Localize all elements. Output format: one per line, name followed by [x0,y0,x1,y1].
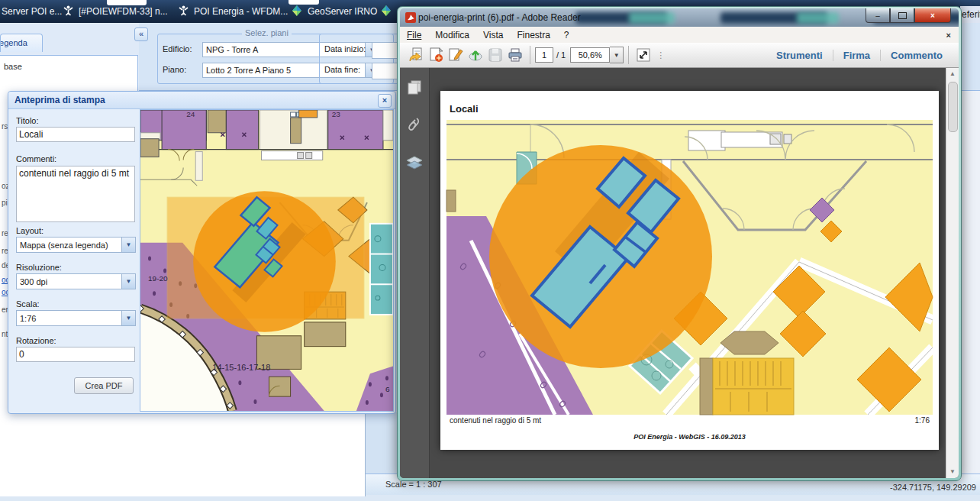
zoom-dropdown-icon[interactable]: ▼ [610,47,624,63]
map-preview-pane: 24 23 19-20 14-15-16-17-18 6 [140,109,394,412]
browser-chrome-fragment [289,0,319,5]
panel-blank-area [0,412,366,496]
print-icon[interactable] [505,45,525,65]
menu-modifica[interactable]: Modifica [428,30,476,40]
open-file-icon[interactable] [406,45,426,65]
page-thumbnails-icon[interactable] [406,79,423,99]
menu-vista[interactable]: Vista [476,30,510,40]
browser-tab-server-poi[interactable]: Server POI e... [2,0,62,23]
data-inizio-label: Data inizio: [324,44,366,53]
scrollbar-thumb[interactable] [948,82,958,132]
webgis-map-canvas[interactable]: 24 23 19-20 14-15-16-17-18 6 [140,110,393,411]
cloud-upload-icon[interactable] [466,45,485,65]
maximize-button[interactable] [890,8,914,23]
geoserver-icon [380,5,392,19]
risoluzione-select[interactable]: 300 dpi ▼ [16,273,136,289]
toolbar-separator [530,46,530,64]
adobe-content-area: Locali [400,68,959,478]
browser-tab-extra[interactable] [380,0,392,23]
chevron-down-icon[interactable]: ▼ [121,238,135,252]
navigation-pane [400,68,430,478]
map-room-label-19-20: 19-20 [148,274,168,283]
favorites-label: eferiti [962,9,980,20]
print-preview-dialog: Anteprima di stampa × Titolo: Commenti: … [8,91,396,414]
pdf-footer-comment: contenuti nel raggio di 5 mt [450,416,541,425]
rotazione-input[interactable] [16,347,135,362]
legend-fragment: pi [2,199,8,207]
rotazione-label: Rotazione: [16,336,56,345]
layout-label: Layout: [16,226,44,235]
map-room-label-24: 24 [186,110,195,118]
tab-label: Server POI e... [2,6,62,17]
zoom-level-input[interactable]: 50,6% [570,47,610,63]
layout-select[interactable]: Mappa (senza legenda) ▼ [16,237,136,253]
scroll-up-icon[interactable]: ▲ [946,68,959,80]
titolo-label: Titolo: [16,116,39,125]
pdf-page: Locali [440,91,939,450]
firma-button[interactable]: Firma [833,50,880,61]
dialog-title-bar[interactable]: Anteprima di stampa × [8,92,395,109]
legend-item-base[interactable]: base [4,62,22,71]
menu-help[interactable]: ? [557,30,576,40]
map-room-label-6: 6 [385,385,390,393]
coordinates-readout: -324.71175, 149.29209 [890,483,976,492]
menu-file[interactable]: File [400,30,428,40]
chevron-down-icon[interactable]: ▼ [121,274,135,289]
layout-value: Mappa (senza legenda) [17,241,121,250]
titolo-input[interactable] [16,127,135,142]
layers-icon[interactable] [405,155,424,175]
vertical-scrollbar[interactable]: ▲ ▼ [946,68,959,478]
risoluzione-value: 300 dpi [17,277,121,286]
chevron-down-icon[interactable]: ▼ [121,311,135,325]
tab-label: [#POIEWFDM-33] n... [79,6,168,17]
pdf-file-icon [405,12,416,26]
adobe-toolbar: 1 / 1 50,6% ▼ ⋮ Strumenti Firma Commento [400,43,959,68]
scala-label: Scala: [16,299,40,309]
scala-value: 1:76 [17,314,121,323]
fit-page-icon[interactable] [633,45,653,65]
window-title: poi-energia-print (6).pdf - Adobe Reader [418,12,581,23]
document-view[interactable]: Locali [430,68,959,478]
browser-chrome-fragment [107,0,147,5]
scroll-down-icon[interactable]: ▼ [946,466,959,478]
save-icon[interactable] [485,45,505,65]
fieldset-legend: Selez. piani [242,28,292,37]
adobe-menu-bar: File Modifica Vista Finestra ? × [400,27,959,44]
adobe-reader-window: poi-energia-print (6).pdf - Adobe Reader… [397,6,962,481]
toolbar-overflow-icon[interactable]: ⋮ [656,50,665,60]
menu-finestra[interactable]: Finestra [511,30,557,40]
jira-icon [178,5,189,18]
dialog-title: Anteprima di stampa [15,95,105,105]
tab-legenda[interactable]: Legenda [0,34,43,52]
close-document-icon[interactable]: × [946,31,959,40]
toolbar-separator [628,46,629,64]
commento-button[interactable]: Commento [880,50,953,61]
map-room-label-23: 23 [332,110,341,118]
jira-icon [63,5,74,18]
data-fine-label: Data fine: [324,65,360,74]
map-room-label-14-18: 14-15-16-17-18 [212,363,270,372]
crea-pdf-button[interactable]: Crea PDF [74,377,134,394]
commenti-textarea[interactable]: contenuti nel raggio di 5 mt [16,166,135,222]
window-controls: – × [866,8,951,23]
pdf-footer-credit: POI Energia - WebGIS - 16.09.2013 [440,433,939,441]
tab-label: Legenda [0,38,27,47]
commenti-label: Commenti: [16,154,56,163]
browser-tab-poi-energia[interactable]: POI Energia - WFDM... [178,0,288,23]
create-pdf-icon[interactable] [426,45,446,65]
close-icon[interactable]: × [378,94,392,108]
minimize-button[interactable]: – [866,8,890,23]
collapse-panel-button[interactable]: « [134,27,148,41]
screenshot-root: Server POI e... [#POIEWFDM-33] n... POI … [0,0,980,501]
sign-document-icon[interactable] [446,45,466,65]
adobe-title-bar[interactable]: poi-energia-print (6).pdf - Adobe Reader… [400,8,959,27]
scala-select[interactable]: 1:76 ▼ [16,310,136,326]
pdf-map-title: Locali [450,103,479,115]
risoluzione-label: Risoluzione: [16,263,62,272]
strumenti-button[interactable]: Strumenti [766,50,833,61]
close-button[interactable]: × [914,8,951,23]
page-total-label: / 1 [556,50,566,60]
pdf-footer-scale: 1:76 [915,416,930,425]
page-number-input[interactable]: 1 [535,47,553,63]
attachments-paperclip-icon[interactable] [407,115,422,138]
